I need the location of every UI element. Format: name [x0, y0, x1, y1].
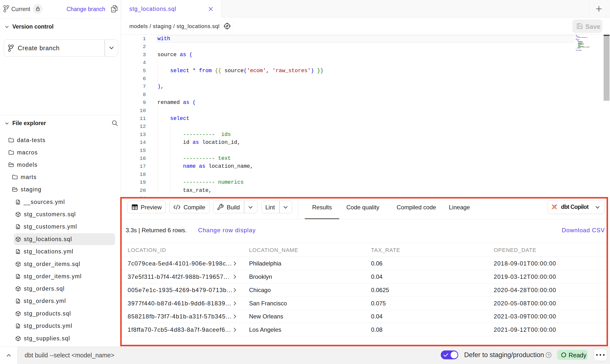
- svg-text:?: ?: [547, 353, 550, 357]
